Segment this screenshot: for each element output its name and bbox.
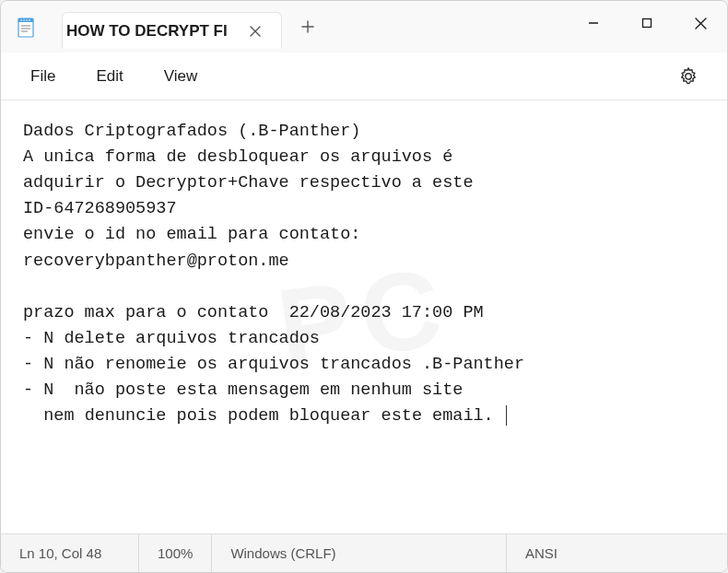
menu-view[interactable]: View — [144, 60, 218, 93]
gear-icon — [678, 66, 699, 87]
svg-point-4 — [26, 19, 28, 21]
status-line-ending: Windows (CRLF) — [212, 534, 507, 572]
svg-rect-10 — [643, 19, 652, 28]
menubar: File Edit View — [1, 53, 727, 100]
menu-file[interactable]: File — [10, 60, 76, 93]
titlebar: HOW TO DECRYPT FI — [1, 1, 727, 53]
minimize-button[interactable] — [567, 1, 620, 45]
text-cursor — [506, 405, 507, 426]
close-tab-button[interactable] — [244, 20, 266, 42]
settings-button[interactable] — [668, 56, 709, 97]
tab-active[interactable]: HOW TO DECRYPT FI — [62, 12, 282, 49]
svg-point-2 — [20, 19, 22, 21]
close-window-button[interactable] — [674, 1, 727, 45]
status-zoom[interactable]: 100% — [139, 534, 212, 572]
status-position: Ln 10, Col 48 — [1, 534, 139, 572]
statusbar: Ln 10, Col 48 100% Windows (CRLF) ANSI — [1, 533, 727, 572]
text-editor[interactable]: Dados Criptografados (.B-Panther) A unic… — [1, 100, 727, 533]
notepad-window: HOW TO DECRYPT FI File Edit View — [0, 0, 728, 573]
svg-point-3 — [23, 19, 25, 21]
tab-title: HOW TO DECRYPT FI — [66, 22, 228, 41]
new-tab-button[interactable] — [288, 8, 328, 45]
window-controls — [567, 1, 727, 53]
document-content: Dados Criptografados (.B-Panther) A unic… — [23, 122, 524, 426]
status-encoding: ANSI — [507, 534, 727, 572]
maximize-button[interactable] — [620, 1, 674, 45]
notepad-icon — [16, 15, 36, 39]
menu-edit[interactable]: Edit — [76, 60, 143, 93]
svg-point-5 — [29, 19, 30, 21]
